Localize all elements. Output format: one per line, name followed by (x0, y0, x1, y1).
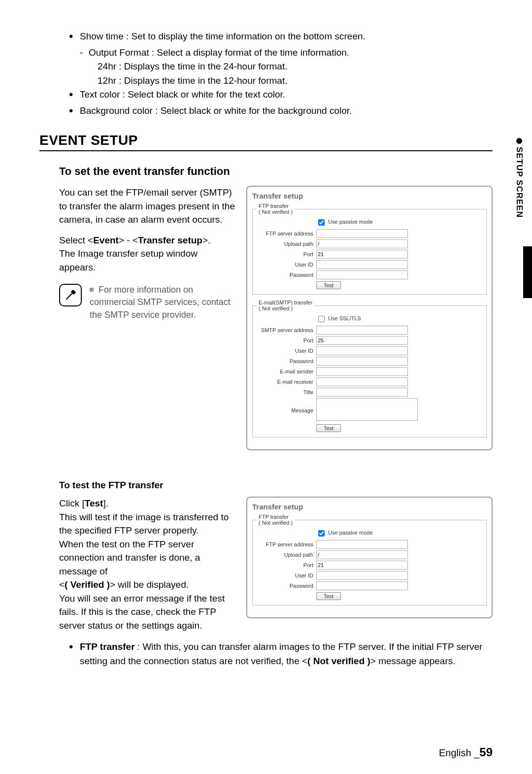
ftp-path-input-2[interactable] (316, 550, 408, 559)
smtp-addr-label: SMTP server address (257, 327, 316, 333)
ftp-legend-2: FTP transfer ( Not verified ) (257, 514, 295, 526)
intro-para1: You can set the FTP/email server (SMTP) … (59, 186, 236, 227)
ftp-addr-label-2: FTP server address (257, 541, 316, 547)
smtp-ssl-checkbox[interactable] (318, 316, 325, 322)
panel-transfer-setup-1: Transfer setup FTP transfer ( Not verifi… (246, 186, 493, 450)
ftp-user-label-1: User ID (257, 262, 316, 268)
subheading-test-ftp: To test the FTP transfer (59, 480, 493, 491)
smtp-addr-input[interactable] (316, 326, 408, 335)
ftp-user-input-1[interactable] (316, 260, 408, 269)
ftp-port-input-1[interactable] (316, 250, 408, 259)
panel-title-2: Transfer setup (252, 503, 487, 511)
panel-transfer-setup-2: Transfer setup FTP transfer ( Not verifi… (246, 497, 493, 618)
heading-event-setup: EVENT SETUP (39, 133, 493, 148)
ftp-test-button-1[interactable]: Test (316, 281, 341, 289)
ftp-path-input-1[interactable] (316, 239, 408, 248)
ftp-user-label-2: User ID (257, 572, 316, 578)
ftp-fieldset-2: FTP transfer ( Not verified ) Use passiv… (252, 514, 487, 606)
page-footer: English _59 (439, 745, 493, 759)
tab-dot-icon (516, 138, 522, 144)
smtp-receiver-input[interactable] (316, 377, 408, 386)
ftp-passive-checkbox-2[interactable] (318, 530, 325, 537)
side-tab-label: SETUP SCREEN (514, 147, 524, 218)
smtp-user-label: User ID (257, 348, 316, 354)
footer-lang: English _ (439, 747, 479, 758)
ftp-path-label-2: Upload path (257, 552, 316, 558)
ftp-user-input-2[interactable] (316, 571, 408, 580)
ftp-pw-label-1: Password (257, 272, 316, 278)
ftp-fieldset-1: FTP transfer ( Not verified ) Use passiv… (252, 203, 487, 295)
ftp-test-button-2[interactable]: Test (316, 592, 341, 600)
smtp-msg-input[interactable] (316, 398, 418, 421)
test-line4: <( Verified )> will be displayed. (59, 578, 236, 592)
ftp-pw-label-2: Password (257, 583, 316, 589)
bullet-bg-color: Background color : Select black or white… (69, 104, 493, 118)
note-icon (59, 284, 82, 306)
bullet-ftp-transfer: FTP transfer : With this, you can transf… (69, 640, 493, 668)
intro-para3: The Image transfer setup window appears. (59, 247, 236, 274)
ftp-passive-label-1: Use passive mode (328, 219, 373, 225)
smtp-test-button[interactable]: Test (316, 424, 341, 432)
smtp-user-input[interactable] (316, 346, 408, 355)
test-text-block: Click [Test]. This will test if the imag… (59, 497, 236, 632)
smtp-sender-label: E-mail sender (257, 369, 316, 374)
heading-rule (39, 150, 493, 151)
smtp-port-input[interactable] (316, 336, 408, 345)
smtp-receiver-label: E-mail receiver (257, 379, 316, 385)
ftp-port-input-2[interactable] (316, 561, 408, 570)
subheading-transfer-function: To set the event transfer function (59, 165, 493, 178)
smtp-pw-label: Password (257, 358, 316, 364)
bullet-text-color: Text color : Select black or white for t… (69, 88, 493, 102)
note-text: For more information on commercial SMTP … (90, 284, 236, 321)
ftp-addr-input-1[interactable] (316, 229, 408, 238)
smtp-legend: E-mail(SMTP) transfer ( Not verified ) (257, 300, 314, 311)
smtp-title-input[interactable] (316, 388, 408, 397)
smtp-msg-label: Message (257, 407, 316, 413)
smtp-fieldset: E-mail(SMTP) transfer ( Not verified ) U… (252, 300, 487, 437)
smtp-title-label: Title (257, 389, 316, 395)
side-tab: SETUP SCREEN (514, 138, 524, 218)
thumb-indicator (523, 246, 532, 298)
ftp-legend-1: FTP transfer ( Not verified ) (257, 203, 295, 215)
line-24hr: 24hr : Displays the time in the 24-hour … (98, 60, 493, 74)
test-line1: Click [Test]. (59, 497, 236, 510)
line-12hr: 12hr : Displays the time in the 12-hour … (98, 74, 493, 88)
test-line3: When the test on the FTP server connecti… (59, 538, 236, 578)
ftp-port-label-2: Port (257, 562, 316, 568)
test-line5: You will see an error message if the tes… (59, 592, 236, 633)
ftp-addr-input-2[interactable] (316, 540, 408, 549)
ftp-passive-label-2: Use passive mode (328, 530, 373, 536)
intro-text: You can set the FTP/email server (SMTP) … (59, 186, 236, 321)
ftp-addr-label-1: FTP server address (257, 231, 316, 236)
smtp-port-label: Port (257, 337, 316, 343)
top-bullet-list: Show time : Set to display the time info… (69, 30, 493, 118)
bullet-show-time: Show time : Set to display the time info… (69, 30, 493, 44)
smtp-pw-input[interactable] (316, 357, 408, 366)
ftp-path-label-1: Upload path (257, 241, 316, 247)
dash-output-format: Output Format : Select a display format … (80, 46, 493, 60)
note-block: For more information on commercial SMTP … (59, 284, 236, 321)
ftp-pw-input-2[interactable] (316, 581, 408, 590)
ftp-port-label-1: Port (257, 251, 316, 257)
smtp-ssl-label: Use SSL/TLS (328, 315, 361, 321)
test-line2: This will test if the image is transferr… (59, 510, 236, 538)
ftp-pw-input-1[interactable] (316, 270, 408, 279)
footer-page-number: 59 (479, 745, 493, 759)
panel-title-1: Transfer setup (252, 192, 487, 200)
ftp-passive-checkbox-1[interactable] (318, 219, 325, 226)
intro-para2: Select <Event> - <Transfer setup>. (59, 234, 236, 247)
smtp-sender-input[interactable] (316, 367, 408, 376)
